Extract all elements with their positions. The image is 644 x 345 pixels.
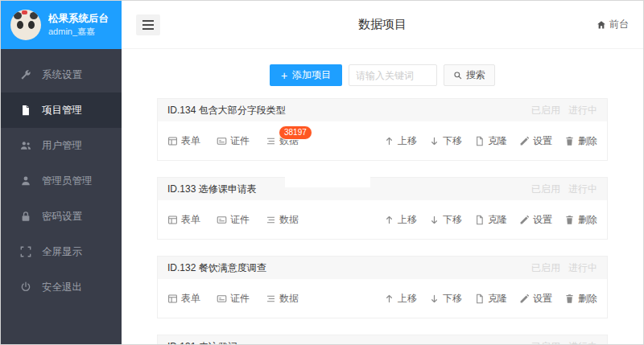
home-icon [597,20,606,30]
form-button[interactable]: 表单 [167,213,200,227]
delete-button[interactable]: 删除 [564,292,597,306]
certificate-button[interactable]: 证件 [217,213,250,227]
lock-icon [20,211,31,222]
data-icon [266,294,276,304]
status-badges: 已启用 进行中 [531,261,597,275]
card-header: ID.134 包含大部分字段类型 已启用 进行中 [158,99,607,121]
sidebar-item-label: 用户管理 [42,139,82,153]
fullscreen-icon [20,246,31,257]
white-overlay-artifact [285,166,370,187]
delete-button[interactable]: 删除 [564,134,597,148]
card-body: 表单 证件 数据 [158,279,607,318]
move-down-button[interactable]: 下移 [429,292,462,306]
certificate-icon [217,136,227,146]
status-running: 进行中 [568,340,597,345]
frontend-link-label: 前台 [609,18,629,31]
project-card: ID.131 来访登记 已启用 进行中 表单 [157,335,608,344]
sidebar-item-label: 全屏显示 [42,245,82,259]
trash-icon [564,136,575,146]
app-window: 松果系统后台 admin_嘉嘉 系统设置 项目管理 用户管理 管理员管理 [0,0,644,345]
card-body: 表单 证件 数据 [158,200,607,239]
topbar: 数据项目 前台 [122,1,643,49]
status-enabled: 已启用 [531,104,560,117]
main-area: 数据项目 前台 + 添加项目 搜索 [122,1,643,344]
data-button[interactable]: 数据 38197 [266,134,299,148]
settings-button[interactable]: 设置 [519,134,552,148]
form-button[interactable]: 表单 [167,292,200,306]
project-card-list: ID.134 包含大部分字段类型 已启用 进行中 表单 [157,98,608,344]
brand-title: 松果系统后台 [48,12,109,26]
move-up-button[interactable]: 上移 [384,134,417,148]
certificate-icon [217,215,227,225]
brand-header: 松果系统后台 admin_嘉嘉 [1,1,122,49]
project-card: ID.132 餐饮满意度调查 已启用 进行中 表单 [157,256,608,318]
sidebar-item-system-settings[interactable]: 系统设置 [1,57,122,92]
search-button-label: 搜索 [466,68,485,82]
project-card: ID.134 包含大部分字段类型 已启用 进行中 表单 [157,98,608,161]
sidebar-item-logout[interactable]: 安全退出 [1,269,122,305]
certificate-button[interactable]: 证件 [217,134,250,148]
delete-button[interactable]: 删除 [564,213,597,227]
sidebar-item-password-settings[interactable]: 密码设置 [1,199,122,234]
data-button[interactable]: 数据 [266,213,299,227]
pencil-icon [519,294,530,304]
certificate-icon [217,294,227,304]
card-header: ID.131 来访登记 已启用 进行中 [158,335,607,344]
menu-toggle-button[interactable] [136,14,160,35]
move-up-button[interactable]: 上移 [384,292,417,306]
sidebar-item-admin-management[interactable]: 管理员管理 [1,163,122,199]
data-button[interactable]: 数据 [266,292,299,306]
sidebar-item-label: 密码设置 [42,210,82,224]
certificate-button[interactable]: 证件 [217,292,250,306]
pencil-icon [519,215,530,225]
add-project-button[interactable]: + 添加项目 [270,64,342,86]
pencil-icon [519,136,530,146]
clone-page-icon [474,215,485,225]
settings-button[interactable]: 设置 [519,292,552,306]
data-count-badge: 38197 [279,125,312,140]
trash-icon [564,215,575,225]
sidebar-item-label: 管理员管理 [42,175,93,188]
trash-icon [564,294,575,304]
card-title: ID.134 包含大部分字段类型 [167,104,286,117]
search-icon [453,71,462,80]
card-title: ID.132 餐饮满意度调查 [167,261,266,275]
sidebar-item-project-management[interactable]: 项目管理 [1,92,122,128]
move-down-button[interactable]: 下移 [429,213,462,227]
arrow-down-icon [429,215,440,225]
clone-page-icon [474,294,485,304]
content-area: + 添加项目 搜索 ID.134 包含大部分字段类型 已启用 进行中 [122,49,643,344]
status-badges: 已启用 进行中 [531,104,597,117]
move-up-button[interactable]: 上移 [384,213,417,227]
card-title: ID.131 来访登记 [167,340,237,345]
clone-page-icon [474,136,485,146]
clone-button[interactable]: 克隆 [474,213,507,227]
page-title: 数据项目 [122,17,643,32]
clone-button[interactable]: 克隆 [474,134,507,148]
arrow-down-icon [429,136,440,146]
form-icon [167,136,178,146]
status-running: 进行中 [568,261,597,275]
sidebar-item-fullscreen[interactable]: 全屏显示 [1,234,122,269]
frontend-link[interactable]: 前台 [597,18,629,31]
add-project-label: 添加项目 [292,68,331,82]
move-down-button[interactable]: 下移 [429,134,462,148]
users-icon [20,140,31,151]
status-running: 进行中 [568,183,597,196]
status-enabled: 已启用 [531,261,560,275]
logout-icon [20,281,31,293]
toolbar: + 添加项目 搜索 [122,64,643,86]
search-button[interactable]: 搜索 [444,64,495,86]
sidebar-item-user-management[interactable]: 用户管理 [1,128,122,163]
status-badges: 已启用 进行中 [531,340,597,345]
arrow-down-icon [429,294,440,304]
settings-button[interactable]: 设置 [519,213,552,227]
clone-button[interactable]: 克隆 [474,292,507,306]
data-icon [266,136,276,146]
sidebar-item-label: 系统设置 [42,68,82,82]
search-input[interactable] [349,64,437,86]
form-button[interactable]: 表单 [167,134,200,148]
status-enabled: 已启用 [531,340,560,345]
arrow-up-icon [384,294,394,304]
file-icon [20,105,31,116]
